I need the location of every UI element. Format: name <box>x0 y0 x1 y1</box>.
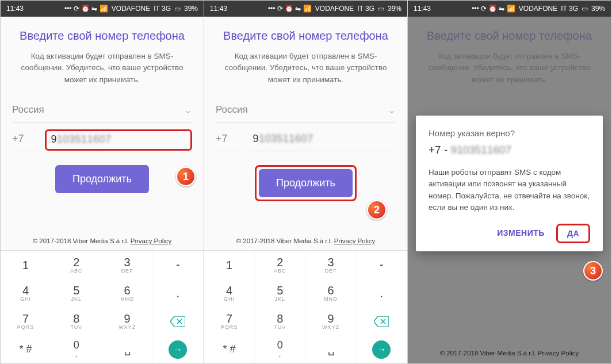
key-5[interactable]: 5JKL <box>51 279 102 307</box>
key-6[interactable]: 6MNO <box>306 279 357 307</box>
key-0[interactable]: 0+ <box>51 335 102 363</box>
dialog-number: +7 - 9103511607 <box>429 144 590 156</box>
key-backspace[interactable] <box>153 307 204 335</box>
phone-prefix: +7 <box>12 129 38 151</box>
key-1[interactable]: 1 <box>1 251 51 279</box>
key-go[interactable]: → <box>153 335 204 363</box>
key-3[interactable]: 3DEF <box>306 251 357 279</box>
step-badge-1: 1 <box>176 167 196 186</box>
continue-button[interactable]: Продолжить <box>55 165 149 193</box>
page-title: Введите свой номер телефона <box>12 29 192 43</box>
key-4[interactable]: 4GHI <box>204 279 255 307</box>
key-dash[interactable]: - <box>357 251 407 279</box>
key-dot[interactable]: . <box>357 279 407 307</box>
status-bar: 11:43 ••• ⟳ ⏰ ⇋ 📶 VODAFONE IT 3G ▭ 39% <box>204 1 407 17</box>
dialog-text: Наши роботы отправят SMS с кодом активац… <box>429 167 590 213</box>
key-0[interactable]: 0+ <box>255 335 305 363</box>
status-network: IT 3G <box>154 5 171 13</box>
key-8[interactable]: 8TUV <box>255 307 305 335</box>
numeric-keypad: 1 2ABC 3DEF - 4GHI 5JKL 6MNO . 7PQRS 8TU… <box>204 250 407 363</box>
status-carrier: VODAFONE <box>112 5 150 13</box>
key-go[interactable]: → <box>357 335 407 363</box>
chevron-down-icon: ⌄ <box>388 104 396 116</box>
status-battery: 39% <box>184 5 198 13</box>
dialog-yes-button[interactable]: ДА <box>556 224 590 243</box>
step-badge-2: 2 <box>367 200 387 220</box>
phone-number-input[interactable]: 9103511607 <box>45 129 192 151</box>
go-icon: → <box>372 340 391 359</box>
key-dot[interactable]: . <box>153 279 204 307</box>
key-symbols[interactable]: * # <box>204 335 255 363</box>
chevron-down-icon: ⌄ <box>184 104 192 116</box>
privacy-link[interactable]: Privacy Policy <box>334 237 376 244</box>
key-9[interactable]: 9WXYZ <box>306 307 357 335</box>
key-4[interactable]: 4GHI <box>1 279 51 307</box>
key-7[interactable]: 7PQRS <box>1 307 51 335</box>
screen-3: 11:43 ••• ⟳ ⏰ ⇋ 📶 VODAFONE IT 3G ▭ 39% В… <box>408 1 611 363</box>
dialog-title: Номер указан верно? <box>429 128 590 138</box>
phone-number-input[interactable]: 9103511607 <box>248 129 396 151</box>
battery-icon: ▭ <box>174 5 181 13</box>
key-7[interactable]: 7PQRS <box>204 307 255 335</box>
step-badge-3: 3 <box>583 261 603 281</box>
phone-prefix: +7 <box>216 129 242 151</box>
key-2[interactable]: 2ABC <box>51 251 102 279</box>
battery-icon: ▭ <box>582 5 588 13</box>
key-5[interactable]: 5JKL <box>255 279 305 307</box>
status-time: 11:43 <box>6 5 24 13</box>
status-bar: 11:43 ••• ⟳ ⏰ ⇋ 📶 VODAFONE IT 3G ▭ 39% <box>408 1 611 17</box>
key-6[interactable]: 6MNO <box>102 279 153 307</box>
country-selector[interactable]: Россия ⌄ <box>12 102 192 122</box>
footer: © 2017-2018 Viber Media S.à r.l. Privacy… <box>216 231 396 250</box>
confirm-dialog: Номер указан верно? +7 - 9103511607 Наши… <box>416 116 603 251</box>
status-icons: ••• ⟳ ⏰ ⇋ 📶 <box>64 5 108 13</box>
backspace-icon <box>170 315 186 328</box>
key-dash[interactable]: - <box>153 251 204 279</box>
country-selector[interactable]: Россия ⌄ <box>216 102 396 122</box>
screen-2: 11:43 ••• ⟳ ⏰ ⇋ 📶 VODAFONE IT 3G ▭ 39% В… <box>204 1 408 363</box>
key-8[interactable]: 8TUV <box>51 307 102 335</box>
battery-icon: ▭ <box>378 5 384 13</box>
continue-button[interactable]: Продолжить <box>259 169 353 197</box>
key-space[interactable]: ␣ <box>102 335 153 363</box>
backspace-icon <box>373 315 389 328</box>
numeric-keypad: 1 2ABC 3DEF - 4GHI 5JKL 6MNO . 7PQRS 8TU… <box>1 250 204 363</box>
continue-button-highlight: Продолжить <box>255 165 357 201</box>
go-icon: → <box>169 340 187 359</box>
key-2[interactable]: 2ABC <box>255 251 305 279</box>
key-space[interactable]: ␣ <box>306 335 357 363</box>
privacy-link[interactable]: Privacy Policy <box>131 237 172 244</box>
status-bar: 11:43 ••• ⟳ ⏰ ⇋ 📶 VODAFONE IT 3G ▭ 39% <box>1 1 204 17</box>
screen-1: 11:43 ••• ⟳ ⏰ ⇋ 📶 VODAFONE IT 3G ▭ 39% В… <box>1 1 204 363</box>
key-symbols[interactable]: * # <box>1 335 51 363</box>
page-title: Введите свой номер телефона <box>216 29 396 43</box>
page-subtitle: Код активации будет отправлен в SMS-сооб… <box>216 51 396 86</box>
key-9[interactable]: 9WXYZ <box>102 307 153 335</box>
footer: © 2017-2018 Viber Media S.à r.l. Privacy… <box>12 231 192 250</box>
dialog-change-button[interactable]: ИЗМЕНИТЬ <box>490 224 552 243</box>
key-1[interactable]: 1 <box>204 251 255 279</box>
key-backspace[interactable] <box>357 307 407 335</box>
page-subtitle: Код активации будет отправлен в SMS-сооб… <box>12 51 192 86</box>
key-3[interactable]: 3DEF <box>102 251 153 279</box>
country-label: Россия <box>12 104 44 116</box>
